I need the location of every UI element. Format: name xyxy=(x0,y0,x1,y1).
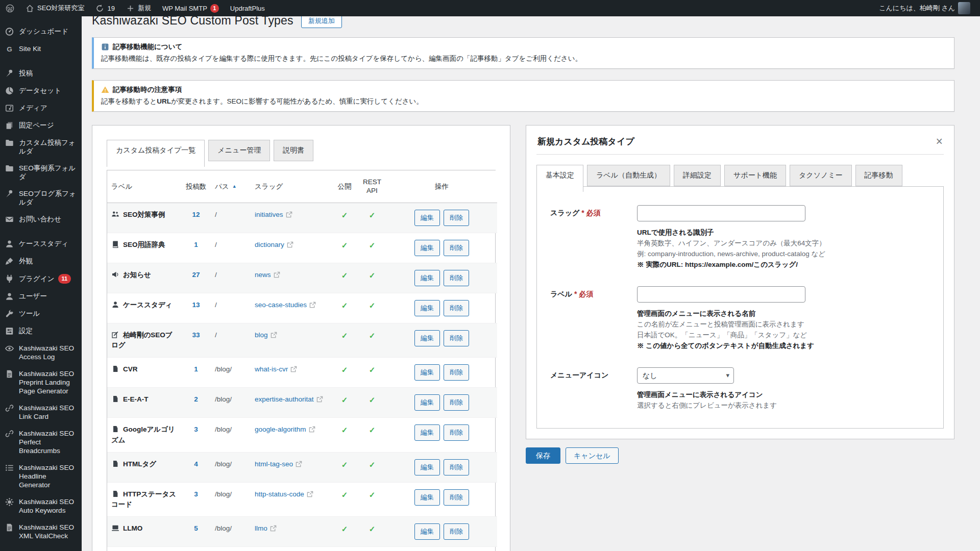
sidebar-item-case-study[interactable]: ケーススタディ xyxy=(0,235,82,253)
close-icon[interactable]: × xyxy=(936,136,943,147)
slug-link[interactable]: seo-case-studies xyxy=(255,301,307,309)
edit-button[interactable]: 編集 xyxy=(414,240,440,256)
slug-link[interactable]: html-tag-seo xyxy=(255,460,293,468)
column-header-count[interactable]: 投稿数 xyxy=(181,170,211,203)
tab-labels-auto[interactable]: ラベル（自動生成） xyxy=(587,165,670,186)
cancel-button[interactable]: キャンセル xyxy=(566,447,619,464)
edit-button[interactable]: 編集 xyxy=(414,489,440,506)
sidebar-item-dashboard[interactable]: ダッシュボード xyxy=(0,23,82,40)
post-count-link[interactable]: 2 xyxy=(194,395,198,403)
sidebar-item-kashiwazaki-seo-xml-vitalcheck[interactable]: Kashiwazaki SEO XML VitalCheck xyxy=(0,519,82,544)
post-count-link[interactable]: 12 xyxy=(192,211,200,218)
delete-button[interactable]: 削除 xyxy=(444,424,469,441)
column-header-public[interactable]: 公開 xyxy=(331,170,358,203)
menu-icon-select[interactable]: なし xyxy=(637,367,734,384)
label-input[interactable] xyxy=(637,286,805,303)
post-count-link[interactable]: 27 xyxy=(192,271,200,279)
column-header-rest[interactable]: REST API xyxy=(358,170,386,203)
edit-button[interactable]: 編集 xyxy=(414,300,440,316)
sidebar-item-kashiwazaki-seo-headline-generator[interactable]: Kashiwazaki SEO Headline Generator xyxy=(0,459,82,493)
user-icon xyxy=(5,239,14,248)
site-name-link[interactable]: SEO対策研究室 xyxy=(20,0,90,16)
tab-advanced-settings[interactable]: 詳細設定 xyxy=(674,165,721,186)
sidebar-item-seo-case-folder[interactable]: SEO事例系フォルダ xyxy=(0,160,82,185)
column-header-slug[interactable]: スラッグ xyxy=(251,170,331,203)
delete-button[interactable]: 削除 xyxy=(444,330,469,346)
sidebar-item-posts[interactable]: 投稿 xyxy=(0,65,82,82)
slug-input[interactable] xyxy=(637,205,805,221)
sidebar-item-dataset[interactable]: データセット xyxy=(0,82,82,99)
sidebar-item-site-kit[interactable]: GSite Kit xyxy=(0,40,82,58)
sidebar-item-seo-blog-folder[interactable]: SEOブログ系フォルダ xyxy=(0,185,82,211)
slug-link[interactable]: what-is-cvr xyxy=(255,365,288,373)
post-count-link[interactable]: 33 xyxy=(192,331,200,339)
edit-button[interactable]: 編集 xyxy=(414,424,440,441)
sidebar-item-appearance[interactable]: 外観 xyxy=(0,253,82,270)
wp-mail-smtp-link[interactable]: WP Mail SMTP 1 xyxy=(157,0,225,16)
column-header-path[interactable]: パス▲ xyxy=(211,170,251,203)
post-count-link[interactable]: 1 xyxy=(194,365,198,373)
tab-article-move[interactable]: 記事移動 xyxy=(855,165,902,186)
slug-link[interactable]: blog xyxy=(255,331,268,339)
sidebar-item-contact[interactable]: お問い合わせ xyxy=(0,211,82,228)
sidebar-item-settings[interactable]: 設定 xyxy=(0,322,82,340)
delete-button[interactable]: 削除 xyxy=(444,240,469,256)
delete-button[interactable]: 削除 xyxy=(444,459,469,475)
sidebar-item-kashiwazaki-seo-auto-keywords[interactable]: Kashiwazaki SEO Auto Keywords xyxy=(0,493,82,519)
tab-menu-management[interactable]: メニュー管理 xyxy=(208,140,270,161)
edit-button[interactable]: 編集 xyxy=(414,330,440,346)
post-count-link[interactable]: 3 xyxy=(194,425,198,433)
tab-post-type-list[interactable]: カスタム投稿タイプ一覧 xyxy=(107,140,205,167)
label-field: ラベル * 必須 管理画面のメニューに表示される名前この名前が左メニューと投稿管… xyxy=(550,286,930,351)
save-button[interactable]: 保存 xyxy=(526,447,560,464)
post-count-link[interactable]: 3 xyxy=(194,490,198,498)
edit-button[interactable]: 編集 xyxy=(414,210,440,226)
sidebar-item-tools[interactable]: ツール xyxy=(0,305,82,322)
post-type-label: お知らせ xyxy=(123,271,151,279)
sidebar-item-kashiwazaki-seo-perfect-breadcrumbs[interactable]: Kashiwazaki SEO Perfect Breadcrumbs xyxy=(0,425,82,459)
post-count-link[interactable]: 5 xyxy=(194,524,198,532)
sidebar-item-kashiwazaki-seo-preprint-landing-page-generator[interactable]: Kashiwazaki SEO Preprint Landing Page Ge… xyxy=(0,365,82,399)
edit-button[interactable]: 編集 xyxy=(414,270,440,286)
slug-link[interactable]: google-algorithm xyxy=(255,425,306,433)
delete-button[interactable]: 削除 xyxy=(444,394,469,411)
sidebar-item-custom-post-folder[interactable]: カスタム投稿フォルダ xyxy=(0,134,82,160)
sidebar-item-plugins[interactable]: プラグイン11 xyxy=(0,270,82,288)
edit-button[interactable]: 編集 xyxy=(414,364,440,381)
column-header-label: 投稿数 xyxy=(186,183,207,190)
edit-button[interactable]: 編集 xyxy=(414,523,440,540)
edit-button[interactable]: 編集 xyxy=(414,394,440,411)
updraftplus-link[interactable]: UpdraftPlus xyxy=(225,0,271,16)
slug-link[interactable]: initiatives xyxy=(255,211,283,218)
sidebar-item-kashiwazaki-seo-link-card[interactable]: Kashiwazaki SEO Link Card xyxy=(0,399,82,425)
column-header-label[interactable]: ラベル xyxy=(107,170,181,203)
wordpress-menu[interactable] xyxy=(0,0,20,16)
tab-support-features[interactable]: サポート機能 xyxy=(724,165,786,186)
slug-link[interactable]: expertise-authoritat xyxy=(255,395,314,403)
account-menu[interactable]: こんにちは、柏崎剛 さん xyxy=(873,0,976,16)
post-count-link[interactable]: 13 xyxy=(192,301,200,309)
slug-link[interactable]: news xyxy=(255,271,271,279)
tab-basic-settings[interactable]: 基本設定 xyxy=(536,165,583,192)
slug-link[interactable]: http-status-code xyxy=(255,490,304,498)
new-content-link[interactable]: 新規 xyxy=(120,0,157,16)
delete-button[interactable]: 削除 xyxy=(444,270,469,286)
delete-button[interactable]: 削除 xyxy=(444,300,469,316)
sidebar-item-pages[interactable]: 固定ページ xyxy=(0,117,82,134)
slug-link[interactable]: llmo xyxy=(255,524,267,532)
updates-link[interactable]: 19 xyxy=(90,0,120,16)
sidebar-item-kashiwazaki-seo-access-log[interactable]: Kashiwazaki SEO Access Log xyxy=(0,340,82,365)
delete-button[interactable]: 削除 xyxy=(444,489,469,506)
sidebar-item-media[interactable]: メディア xyxy=(0,99,82,117)
post-count-link[interactable]: 1 xyxy=(194,241,198,248)
slug-link[interactable]: dictionary xyxy=(255,241,284,248)
post-count-link[interactable]: 4 xyxy=(194,460,198,468)
sidebar-item-users[interactable]: ユーザー xyxy=(0,288,82,305)
delete-button[interactable]: 削除 xyxy=(444,210,469,226)
tab-manual[interactable]: 説明書 xyxy=(274,140,313,161)
edit-button[interactable]: 編集 xyxy=(414,459,440,475)
wordpress-icon xyxy=(6,4,14,13)
delete-button[interactable]: 削除 xyxy=(444,364,469,381)
tab-taxonomy[interactable]: タクソノミー xyxy=(790,165,852,186)
delete-button[interactable]: 削除 xyxy=(444,523,469,540)
